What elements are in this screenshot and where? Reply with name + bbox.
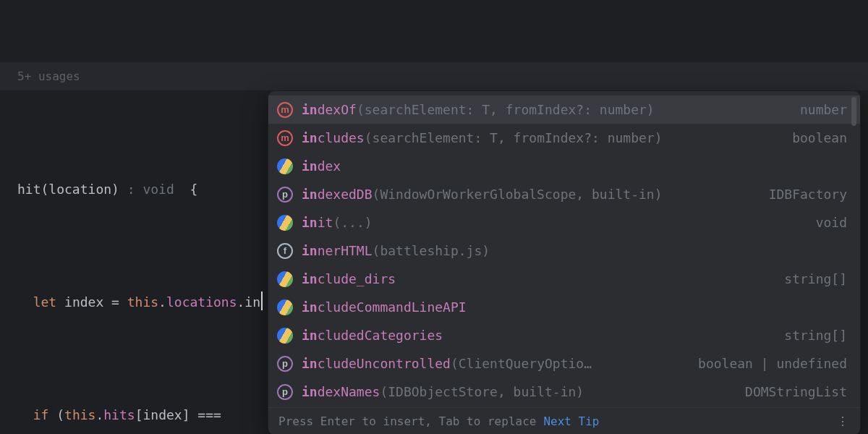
completion-return-type: string[]	[770, 271, 847, 286]
completion-label: includes(searchElement: T, fromIndex?: n…	[302, 130, 769, 145]
completion-list[interactable]: mindexOf(searchElement: T, fromIndex?: n…	[268, 91, 860, 407]
completion-return-type: string[]	[770, 328, 847, 343]
completion-label: include_dirs	[302, 271, 761, 286]
completion-label: index	[302, 158, 847, 174]
multi-icon	[277, 328, 293, 344]
code-line[interactable]: let index = this.locations.in	[17, 288, 868, 316]
m-icon: m	[277, 102, 293, 118]
code-line[interactable]: if (this.hits[index] ===	[17, 401, 868, 429]
completion-label: includeUncontrolled (ClientQueryOptio…	[302, 356, 675, 371]
f-icon: f	[277, 243, 293, 259]
completion-return-type: DOMStringList	[731, 384, 847, 399]
completion-return-type: void	[801, 215, 847, 230]
completion-item[interactable]: mincludes(searchElement: T, fromIndex?: …	[268, 124, 860, 152]
multi-icon	[277, 271, 293, 287]
completion-return-type: number	[786, 102, 847, 117]
m-icon: m	[277, 130, 293, 146]
completion-item[interactable]: init(...)void	[268, 208, 860, 237]
completion-item[interactable]: pincludeUncontrolled (ClientQueryOptio…b…	[268, 349, 860, 378]
completion-return-type: boolean	[778, 130, 847, 145]
text-caret	[261, 292, 263, 310]
usages-hint[interactable]: 5+ usages	[17, 62, 868, 90]
completion-label: innerHTML (battleship.js)	[302, 243, 847, 258]
multi-icon	[277, 215, 293, 231]
completion-popup: mindexOf(searchElement: T, fromIndex?: n…	[268, 90, 861, 434]
completion-label: indexOf(searchElement: T, fromIndex?: nu…	[302, 102, 777, 117]
param: location	[48, 182, 111, 197]
p-icon: p	[277, 384, 293, 400]
completion-item[interactable]: includedCategoriesstring[]	[268, 321, 860, 349]
completion-item[interactable]: mindexOf(searchElement: T, fromIndex?: n…	[268, 95, 860, 124]
code-line[interactable]: hit(location) : void {	[17, 175, 868, 203]
scrollbar-thumb[interactable]	[851, 97, 856, 126]
fn-name: hit	[17, 182, 41, 197]
multi-icon	[277, 158, 293, 174]
completion-label: includedCategories	[302, 328, 761, 343]
return-type-hint: : void	[127, 182, 174, 197]
completion-label: indexNames (IDBObjectStore, built-in)	[302, 384, 722, 399]
completion-item[interactable]: finnerHTML (battleship.js)	[268, 237, 860, 265]
completion-label: init(...)	[302, 215, 793, 230]
completion-return-type: boolean | undefined	[684, 356, 847, 371]
p-icon: p	[277, 356, 293, 372]
